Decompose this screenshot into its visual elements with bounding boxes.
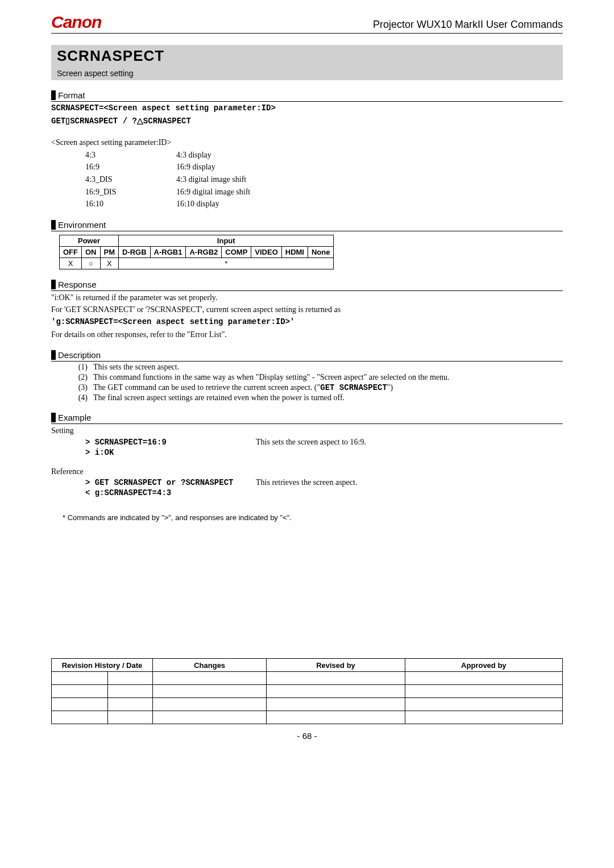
env-cell: X: [60, 258, 82, 269]
param-row: 16:1016:10 display: [85, 198, 563, 210]
section-description: Description: [51, 350, 563, 362]
env-group-power: Power: [60, 235, 119, 246]
section-heading: Example: [58, 413, 91, 422]
rev-head: Approved by: [405, 659, 562, 672]
response-line3: For details on other responses, refer to…: [51, 329, 563, 340]
description-num: (3): [68, 383, 93, 392]
param-row: 4:34:3 display: [85, 149, 563, 161]
description-item: (2)This command functions in the same wa…: [68, 373, 563, 382]
rev-head: Changes: [153, 659, 267, 672]
rev-cell: [52, 711, 108, 724]
param-row: 16:916:9 display: [85, 161, 563, 173]
description-text: This sets the screen aspect.: [93, 363, 563, 372]
format-mid: SCRNASPECT / ?: [70, 117, 137, 126]
section-bar-icon: [51, 90, 56, 100]
env-cell-merged: *: [119, 258, 334, 269]
example-note: This sets the screen aspect to 16:9.: [256, 438, 563, 447]
param-key: 16:10: [85, 198, 176, 210]
example-reference-block: > GET SCRNASPECT or ?SCRNASPECTThis retr…: [85, 478, 563, 497]
param-key: 4:3: [85, 149, 176, 161]
rev-cell: [405, 685, 562, 698]
env-col: VIDEO: [251, 246, 281, 258]
page-header: Canon Projector WUX10 MarkII User Comman…: [51, 14, 563, 34]
rev-cell: [405, 698, 562, 711]
rev-cell: [405, 711, 562, 724]
param-key: 16:9_DIS: [85, 186, 176, 198]
example-command: > i:OK: [85, 448, 256, 457]
description-num: (2): [68, 373, 93, 382]
env-col: ON: [82, 246, 101, 258]
env-col: A-RGB2: [186, 246, 222, 258]
rev-cell: [267, 672, 405, 685]
section-bar-icon: [51, 280, 56, 289]
rev-cell: [108, 698, 153, 711]
page: Canon Projector WUX10 MarkII User Comman…: [0, 0, 614, 868]
example-note: [256, 448, 563, 457]
param-row: 4:3_DIS4:3 digital image shift: [85, 174, 563, 185]
param-value: 4:3 digital image shift: [176, 174, 246, 185]
rev-cell: [52, 698, 108, 711]
rev-cell: [153, 685, 267, 698]
rev-cell: [267, 711, 405, 724]
rev-cell: [153, 711, 267, 724]
format-end: SCRNASPECT: [143, 117, 191, 126]
param-value: 16:10 display: [176, 198, 219, 210]
example-setting-block: > SCRNASPECT=16:9This sets the screen as…: [85, 438, 563, 457]
example-note: [256, 488, 563, 497]
env-cell: ○: [82, 258, 101, 269]
env-col: HDMI: [281, 246, 308, 258]
env-cell: X: [100, 258, 119, 269]
env-col: PM: [100, 246, 119, 258]
example-setting-label: Setting: [51, 425, 563, 437]
format-syntax-line1: SCRNASPECT=<Screen aspect setting parame…: [51, 103, 563, 114]
rev-cell: [108, 711, 153, 724]
format-get: GET: [51, 117, 65, 126]
rev-cell: [108, 685, 153, 698]
response-code: 'g:SCRNASPECT=<Screen aspect setting par…: [51, 317, 563, 328]
rev-cell: [267, 685, 405, 698]
description-item: (1)This sets the screen aspect.: [68, 363, 563, 372]
doc-title: Projector WUX10 MarkII User Commands: [373, 19, 563, 31]
env-col: OFF: [60, 246, 82, 258]
command-subtitle: Screen aspect setting: [51, 67, 563, 80]
example-row: > GET SCRNASPECT or ?SCRNASPECTThis retr…: [85, 478, 563, 487]
example-note: This retrieves the screen aspect.: [256, 478, 563, 487]
section-format: Format: [51, 90, 563, 102]
brand-logo: Canon: [51, 14, 101, 31]
example-command: < g:SCRNASPECT=4:3: [85, 488, 256, 497]
rev-cell: [405, 672, 562, 685]
section-bar-icon: [51, 350, 56, 360]
rev-head: Revised by: [267, 659, 405, 672]
section-heading: Description: [58, 350, 101, 360]
description-item: (4)The final screen aspect settings are …: [68, 393, 563, 402]
section-bar-icon: [51, 220, 56, 230]
description-text: The final screen aspect settings are ret…: [93, 393, 563, 402]
env-group-input: Input: [119, 235, 334, 246]
env-col: None: [308, 246, 334, 258]
description-text: This command functions in the same way a…: [93, 373, 563, 382]
env-col: A-RGB1: [150, 246, 186, 258]
param-row: 16:9_DIS16:9 digital image shift: [85, 186, 563, 198]
description-num: (1): [68, 363, 93, 372]
param-value: 16:9 digital image shift: [176, 186, 250, 198]
param-key: 4:3_DIS: [85, 174, 176, 185]
rev-cell: [153, 672, 267, 685]
env-col: COMP: [222, 246, 251, 258]
inline-code: GET SCRNASPECT: [320, 383, 387, 392]
description-text: The GET command can be used to retrieve …: [93, 383, 563, 392]
response-line1: "i:OK" is returned if the parameter was …: [51, 292, 563, 304]
example-command: > SCRNASPECT=16:9: [85, 438, 256, 447]
command-title: SCRNASPECT: [51, 45, 563, 67]
section-heading: Format: [58, 90, 85, 100]
description-num: (4): [68, 393, 93, 402]
rev-head: Revision History / Date: [52, 659, 153, 672]
section-bar-icon: [51, 413, 56, 422]
example-command: > GET SCRNASPECT or ?SCRNASPECT: [85, 478, 256, 487]
section-heading: Response: [58, 280, 97, 289]
env-col: D-RGB: [119, 246, 151, 258]
rev-cell: [52, 672, 108, 685]
example-reference-label: Reference: [51, 466, 563, 477]
example-row: < g:SCRNASPECT=4:3: [85, 488, 563, 497]
rev-cell: [153, 698, 267, 711]
param-list: 4:34:3 display16:916:9 display4:3_DIS4:3…: [85, 149, 563, 210]
